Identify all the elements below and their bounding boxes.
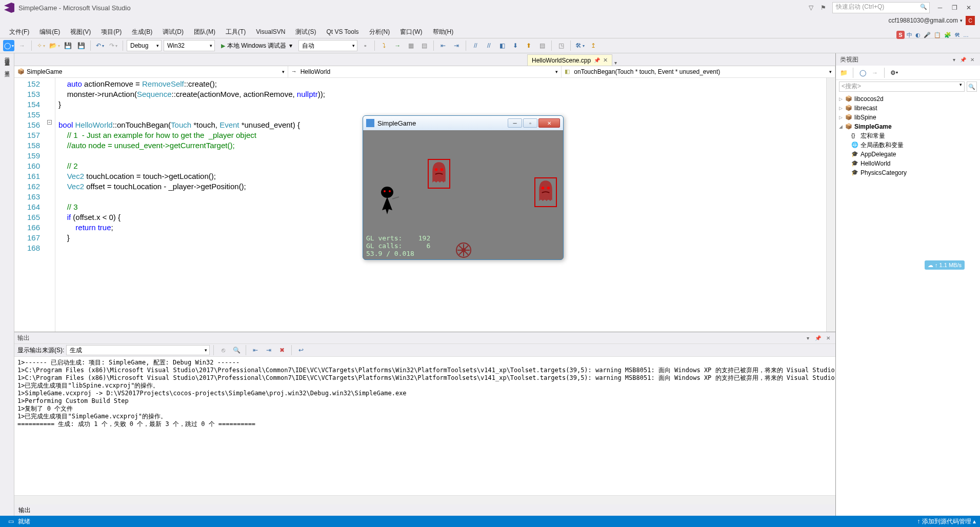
ime-item[interactable]: 中 — [906, 31, 913, 39]
status-tasks-icon[interactable]: ▭ — [4, 518, 18, 525]
tree-node[interactable]: 🎓AppDelegate — [836, 150, 980, 159]
output-source-select[interactable]: 生成 — [66, 345, 210, 355]
tree-node[interactable]: ▷📦librecast — [836, 104, 980, 113]
outline-collapse-icon[interactable]: − — [47, 120, 52, 125]
pin-icon[interactable]: 📌 — [594, 57, 600, 63]
sidebar-tab[interactable]: 服务器资源管理器 — [3, 57, 12, 64]
ime-logo-icon[interactable]: S — [896, 31, 905, 39]
panel-pin-icon[interactable]: 📌 — [814, 334, 822, 342]
document-tab[interactable]: HelloWorldScene.cpp 📌 ✕ — [527, 54, 612, 66]
svn-log-button[interactable]: ▤ — [536, 40, 548, 51]
menu-item[interactable]: 文件(F) — [4, 26, 34, 38]
publish-button[interactable]: ↥ — [588, 40, 599, 51]
output-footer-tab[interactable]: 输出 — [14, 504, 835, 516]
feedback-icon[interactable]: ⚑ — [819, 4, 827, 12]
menu-item[interactable]: 分析(N) — [364, 26, 395, 38]
tree-node[interactable]: 🎓HelloWorld — [836, 159, 980, 168]
source-control-button[interactable]: ↑ 添加到源代码管理 ▴ — [917, 517, 976, 526]
comment-button[interactable]: // — [470, 40, 481, 51]
panel-options-icon[interactable]: ▾ — [804, 334, 812, 342]
back-icon[interactable]: ◯ — [858, 68, 867, 77]
menu-item[interactable]: 测试(S) — [290, 26, 321, 38]
account-email[interactable]: ccf19881030@gmail.com — [888, 17, 958, 24]
panel-close-icon[interactable]: ✕ — [969, 56, 976, 63]
tree-node[interactable]: 🌐全局函数和变量 — [836, 140, 980, 150]
auto-select[interactable]: 自动 — [298, 40, 357, 51]
tree-node[interactable]: 🎓PhysicsCategory — [836, 168, 980, 177]
menu-item[interactable]: 窗口(W) — [395, 26, 427, 38]
menu-item[interactable]: 团队(M) — [189, 26, 221, 38]
save-button[interactable]: 💾 — [62, 40, 73, 51]
find-message-button[interactable]: 🔍 — [231, 344, 242, 356]
menu-item[interactable]: 工具(T) — [221, 26, 251, 38]
vertical-scrollbar[interactable] — [826, 78, 835, 332]
tree-node[interactable]: {}宏和常量 — [836, 131, 980, 140]
svn-update-button[interactable]: ⬇ — [510, 40, 521, 51]
ime-item[interactable]: ◐ — [914, 32, 922, 38]
account-avatar[interactable]: C — [966, 16, 975, 25]
class-tree[interactable]: ▷📦libcocos2d▷📦librecast▷📦libSpine◢📦Simpl… — [836, 93, 980, 516]
wordwrap-button[interactable]: ↩ — [295, 344, 307, 356]
tree-node[interactable]: ▷📦libcocos2d — [836, 94, 980, 104]
account-dropdown-icon[interactable]: ▾ — [960, 18, 963, 23]
tree-node[interactable]: ▷📦libSpine — [836, 113, 980, 122]
game-minimize-button[interactable]: ─ — [508, 118, 522, 128]
goto-line-button[interactable]: ⎋ — [217, 344, 229, 356]
window-minimize-button[interactable]: ─ — [933, 2, 947, 13]
menu-item[interactable]: Qt VS Tools — [321, 27, 364, 37]
toggle-bp-button[interactable]: ▦ — [405, 40, 416, 51]
ime-toolbar[interactable]: S 中◐🎤📋🧩🛠… — [894, 30, 972, 40]
bookmark-button[interactable]: ◧ — [496, 40, 508, 51]
next-message-button[interactable]: ⇥ — [263, 344, 274, 356]
window-close-button[interactable]: ✕ — [962, 2, 976, 13]
class-combo[interactable]: →HelloWorld — [288, 66, 562, 77]
menu-item[interactable]: 视图(V) — [65, 26, 96, 38]
nav-forward-button[interactable]: → — [16, 40, 28, 51]
game-title-bar[interactable]: SimpleGame ─ ▫ ✕ — [363, 116, 563, 130]
tree-node[interactable]: ◢📦SimpleGame — [836, 122, 980, 131]
indent-more-button[interactable]: ⇥ — [451, 40, 462, 51]
indent-less-button[interactable]: ⇤ — [437, 40, 449, 51]
ime-item[interactable]: … — [962, 32, 970, 38]
new-folder-icon[interactable]: 📁 — [839, 68, 848, 77]
menu-item[interactable]: 帮助(H) — [428, 26, 459, 38]
active-files-dropdown-icon[interactable]: ▾ — [612, 60, 619, 66]
prev-message-button[interactable]: ⇤ — [250, 344, 261, 356]
nav-back-button[interactable]: ◯▾ — [3, 40, 14, 51]
ime-item[interactable]: 🛠 — [953, 32, 961, 38]
redo-button[interactable]: ↷▾ — [108, 40, 119, 51]
ime-item[interactable]: 🧩 — [943, 32, 952, 38]
notifications-icon[interactable]: ▽ — [807, 4, 815, 12]
member-combo[interactable]: ◧onTouchBegan(Touch * touch, Event * unu… — [562, 66, 835, 77]
forward-icon[interactable]: → — [870, 68, 879, 77]
save-all-button[interactable]: 💾 — [75, 40, 87, 51]
uncomment-button[interactable]: // — [483, 40, 494, 51]
step-into-button[interactable]: ⤵ — [378, 40, 390, 51]
new-project-button[interactable]: ✧▾ — [35, 40, 47, 51]
panel-close-icon[interactable]: ✕ — [824, 334, 832, 342]
menu-item[interactable]: 调试(D) — [157, 26, 189, 38]
panel-pin-icon[interactable]: 📌 — [959, 56, 967, 63]
grid-icon[interactable]: ▤ — [418, 40, 430, 51]
menu-item[interactable]: 项目(P) — [96, 26, 127, 38]
platform-select[interactable]: Win32 — [164, 40, 215, 51]
menu-item[interactable]: 编辑(E) — [34, 26, 65, 38]
app-insights-button[interactable]: ◳ — [555, 40, 567, 51]
config-select[interactable]: Debug — [127, 40, 162, 51]
class-search-button[interactable]: 🔍 — [967, 82, 977, 92]
sidebar-tab[interactable]: 工具箱 — [3, 66, 12, 72]
close-tab-icon[interactable]: ✕ — [603, 57, 608, 64]
ime-item[interactable]: 🎤 — [923, 32, 932, 38]
toolbar-misc-button[interactable]: ▫ — [359, 40, 371, 51]
window-restore-button[interactable]: ❐ — [947, 2, 962, 13]
settings-icon[interactable]: ⚙▾ — [889, 68, 898, 77]
game-maximize-button[interactable]: ▫ — [523, 118, 537, 128]
start-debug-button[interactable]: ▶本地 Windows 调试器▾ — [217, 40, 296, 51]
scope-combo[interactable]: 📦SimpleGame — [14, 66, 288, 77]
clear-output-button[interactable]: ✖ — [276, 344, 288, 356]
quick-launch-input[interactable]: 快速启动 (Ctrl+Q) — [832, 2, 930, 13]
svn-commit-button[interactable]: ⬆ — [523, 40, 534, 51]
panel-options-icon[interactable]: ▾ — [950, 56, 957, 63]
output-horizontal-scrollbar[interactable] — [14, 495, 835, 504]
output-text[interactable]: 1>------ 已启动生成: 项目: SimpleGame, 配置: Debu… — [14, 357, 835, 495]
